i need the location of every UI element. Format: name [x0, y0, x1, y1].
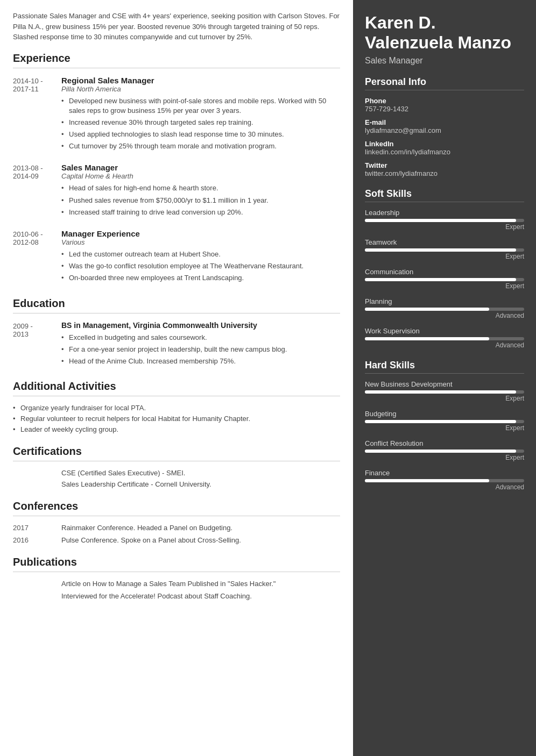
experience-entry: 2014-10 - 2017-11Regional Sales ManagerP…: [13, 76, 340, 154]
exp-bullets: Head of sales for high-end home & hearth…: [61, 183, 340, 217]
skill-bar-bg: [365, 219, 524, 222]
exp-bullet: On-boarded three new employees at Trent …: [61, 273, 340, 283]
exp-bullet: Was the go-to conflict resolution employ…: [61, 261, 340, 271]
skill-level: Advanced: [365, 312, 524, 319]
skill-name: Teamwork: [365, 238, 524, 246]
experience-entry: 2010-06 - 2012-08Manager ExperienceVario…: [13, 229, 340, 286]
skill-bar-bg: [365, 278, 524, 281]
personal-info-label: Twitter: [365, 161, 524, 169]
exp-bullet: Led the customer outreach team at Hubert…: [61, 249, 340, 259]
edu-bullets: Excelled in budgeting and sales coursewo…: [61, 333, 340, 367]
skill-bar-fill: [365, 420, 516, 423]
skill-bar-bg: [365, 479, 524, 482]
exp-bullet: Head of sales for high-end home & hearth…: [61, 183, 340, 193]
skill-name: New Business Development: [365, 380, 524, 388]
skill-item: BudgetingExpert: [365, 410, 524, 432]
activities-list: Organize yearly fundraiser for local PTA…: [13, 404, 340, 433]
exp-dates: 2010-06 - 2012-08: [13, 229, 61, 286]
skill-bar-fill: [365, 308, 489, 311]
experience-section: Experience 2014-10 - 2017-11Regional Sal…: [13, 52, 340, 286]
left-column: Passionate Sales Manager and CSE with 4+…: [0, 0, 353, 756]
edu-content: BS in Management, Virginia Commonwealth …: [61, 321, 340, 369]
exp-dates: 2014-10 - 2017-11: [13, 76, 61, 154]
skill-bar-fill: [365, 390, 516, 394]
conferences-title: Conferences: [13, 500, 340, 516]
skill-bar-fill: [365, 450, 516, 453]
skill-bar-bg: [365, 390, 524, 394]
activity-item: Leader of weekly cycling group.: [13, 425, 340, 433]
skill-level: Expert: [365, 282, 524, 290]
skill-bar-bg: [365, 248, 524, 252]
personal-info-fields: Phone757-729-1432E-maillydiafmanzo@gmail…: [365, 97, 524, 177]
soft-skills-list: LeadershipExpertTeamworkExpertCommunicat…: [365, 209, 524, 349]
soft-skills-section: Soft Skills LeadershipExpertTeamworkExpe…: [365, 188, 524, 349]
publication-item: Interviewed for the Accelerate! Podcast …: [61, 592, 340, 600]
skill-bar-bg: [365, 308, 524, 311]
skill-bar-bg: [365, 337, 524, 340]
skill-level: Expert: [365, 223, 524, 231]
publication-items: Article on How to Manage a Sales Team Pu…: [13, 580, 340, 600]
candidate-job-title: Sales Manager: [365, 56, 524, 66]
exp-bullet: Pushed sales revenue from $750,000/yr to…: [61, 196, 340, 205]
exp-bullets: Led the customer outreach team at Hubert…: [61, 249, 340, 283]
candidate-name: Karen D. Valenzuela Manzo: [365, 13, 524, 53]
personal-info-section: Personal Info Phone757-729-1432E-maillyd…: [365, 76, 524, 177]
exp-bullet: Cut turnover by 25% through team morale …: [61, 141, 340, 151]
skill-bar-fill: [365, 337, 489, 340]
skill-bar-fill: [365, 248, 516, 252]
exp-company: Capital Home & Hearth: [61, 172, 340, 180]
activity-item: Organize yearly fundraiser for local PTA…: [13, 404, 340, 412]
conference-entry: 2016Pulse Conference. Spoke on a Panel a…: [13, 536, 340, 544]
edu-bullet: For a one-year senior project in leaders…: [61, 345, 340, 354]
skill-item: CommunicationExpert: [365, 268, 524, 290]
exp-job-title: Regional Sales Manager: [61, 76, 340, 85]
publications-title: Publications: [13, 556, 340, 572]
exp-dates: 2013-08 - 2014-09: [13, 163, 61, 219]
exp-job-title: Sales Manager: [61, 163, 340, 172]
skill-level: Advanced: [365, 341, 524, 349]
certifications-title: Certifications: [13, 445, 340, 461]
hard-skills-list: New Business DevelopmentExpertBudgetingE…: [365, 380, 524, 491]
edu-bullet: Head of the Anime Club. Increased member…: [61, 356, 340, 366]
cert-items: CSE (Certified Sales Executive) - SMEI.S…: [13, 469, 340, 488]
skill-level: Expert: [365, 454, 524, 461]
skill-name: Work Supervision: [365, 327, 524, 335]
conference-text: Rainmaker Conference. Headed a Panel on …: [61, 524, 340, 532]
personal-info-label: LinkedIn: [365, 140, 524, 148]
personal-info-value: 757-729-1432: [365, 105, 524, 113]
personal-info-value: lydiafmanzo@gmail.com: [365, 126, 524, 134]
edu-bullet: Excelled in budgeting and sales coursewo…: [61, 333, 340, 343]
additional-section: Additional Activities Organize yearly fu…: [13, 380, 340, 433]
exp-bullet: Used applied technologies to slash lead …: [61, 130, 340, 139]
personal-info-label: E-mail: [365, 118, 524, 126]
publication-item: Article on How to Manage a Sales Team Pu…: [61, 580, 340, 588]
skill-bar-fill: [365, 219, 516, 222]
experience-title: Experience: [13, 52, 340, 68]
conference-year: 2016: [13, 536, 61, 544]
exp-content: Regional Sales ManagerPilla North Americ…: [61, 76, 340, 154]
skill-item: Work SupervisionAdvanced: [365, 327, 524, 349]
education-section: Education 2009 - 2013BS in Management, V…: [13, 297, 340, 369]
exp-bullets: Developed new business with point-of-sal…: [61, 96, 340, 152]
skill-bar-bg: [365, 450, 524, 453]
education-entry: 2009 - 2013BS in Management, Virginia Co…: [13, 321, 340, 369]
skill-item: LeadershipExpert: [365, 209, 524, 231]
skill-item: TeamworkExpert: [365, 238, 524, 260]
cert-item: CSE (Certified Sales Executive) - SMEI.: [61, 469, 340, 477]
publications-section: Publications Article on How to Manage a …: [13, 556, 340, 600]
conferences-section: Conferences 2017Rainmaker Conference. He…: [13, 500, 340, 544]
activity-item: Regular volunteer to recruit helpers for…: [13, 415, 340, 423]
experience-entries: 2014-10 - 2017-11Regional Sales ManagerP…: [13, 76, 340, 286]
soft-skills-title: Soft Skills: [365, 188, 524, 202]
education-title: Education: [13, 297, 340, 313]
skill-name: Budgeting: [365, 410, 524, 418]
conference-entry: 2017Rainmaker Conference. Headed a Panel…: [13, 524, 340, 532]
skill-level: Expert: [365, 395, 524, 402]
conference-entries: 2017Rainmaker Conference. Headed a Panel…: [13, 524, 340, 544]
skill-level: Expert: [365, 253, 524, 260]
exp-bullet: Increased staff training to drive lead c…: [61, 208, 340, 217]
cert-item: Sales Leadership Certificate - Cornell U…: [61, 480, 340, 488]
edu-degree: BS in Management, Virginia Commonwealth …: [61, 321, 340, 330]
right-column: Karen D. Valenzuela Manzo Sales Manager …: [353, 0, 536, 756]
personal-info-label: Phone: [365, 97, 524, 105]
